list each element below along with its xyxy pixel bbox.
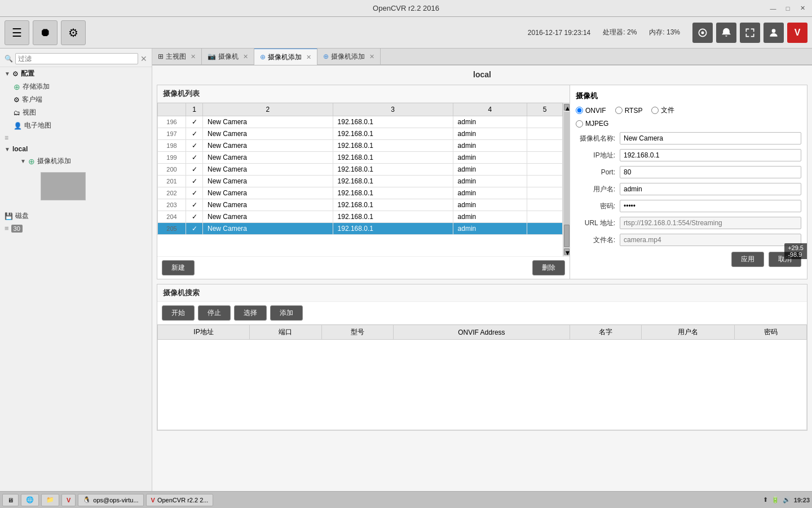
tab-camera-add-1[interactable]: ⊕ 摄像机添加 ✕ [254,49,317,65]
scrollbar-down-btn[interactable]: ▼ [564,248,570,255]
bell-icon-btn[interactable] [716,23,736,43]
maximize-btn[interactable]: □ [783,3,793,14]
search-start-btn[interactable]: 开始 [162,305,195,321]
search-stop-btn[interactable]: 停止 [198,305,231,321]
row-check[interactable]: ✓ [186,128,203,140]
logo-icon-btn[interactable]: V [787,23,807,43]
scrollbar-track[interactable] [564,112,570,247]
scrollbar-up-btn[interactable]: ▲ [564,104,570,111]
table-row[interactable]: 199 ✓ New Camera 192.168.0.1 admin [158,152,563,164]
search-empty-row [158,340,807,430]
row-num: 196 [158,116,186,128]
row-extra [527,176,563,187]
table-row[interactable]: 198 ✓ New Camera 192.168.0.1 admin [158,140,563,152]
tab-add-close-2[interactable]: ✕ [369,53,374,60]
table-row[interactable]: 197 ✓ New Camera 192.168.0.1 admin [158,128,563,140]
sidebar-item-emap[interactable]: 👤 电子地图 [0,119,152,132]
camera-url-input[interactable] [620,217,801,229]
search-input[interactable] [15,53,138,64]
row-num: 200 [158,164,186,176]
camera-port-input[interactable] [620,166,801,178]
taskbar-start[interactable]: 🖥 [2,494,19,506]
user-label: 用户名: [576,185,615,194]
search-col-port: 端口 [249,325,321,340]
tab-camera-add-2[interactable]: ⊕ 摄像机添加 ✕ [317,49,381,65]
taskbar-opencvr[interactable]: V OpenCVR r2.2 2... [146,494,214,506]
scrollbar-thumb[interactable] [564,225,570,247]
battery-icon[interactable]: 🔋 [771,496,779,503]
row-check[interactable]: ✓ [186,152,203,164]
sidebar-item-view[interactable]: 🗂 视图 [0,106,152,119]
tab-camera[interactable]: 📷 摄像机 ✕ [202,49,254,65]
table-row[interactable]: 205 ✓ New Camera 192.168.0.1 admin [158,223,563,235]
coord-y: -98.9 [788,251,804,258]
table-row[interactable]: 196 ✓ New Camera 192.168.0.1 admin [158,116,563,128]
radio-rtsp[interactable]: RTSP [615,107,643,115]
tab-main-close[interactable]: ✕ [191,53,196,60]
search-add-btn[interactable]: 添加 [270,305,303,321]
taskbar-browser[interactable]: 🌐 [21,494,39,506]
row-check[interactable]: ✓ [186,199,203,211]
radio-onvif[interactable]: ONVIF [576,107,606,115]
delete-camera-btn[interactable]: 删除 [532,260,565,275]
taskbar-terminal[interactable]: 🐧 ops@ops-virtu... [78,494,143,506]
settings-button[interactable]: ⚙ [61,20,86,45]
row-check[interactable]: ✓ [186,140,203,152]
row-check[interactable]: ✓ [186,116,203,128]
sidebar-item-client[interactable]: ⚙ 客户端 [0,93,152,106]
sidebar-item-config[interactable]: ▼ ⚙ 配置 [0,67,152,80]
table-scrollbar[interactable]: ▲ ▼ [563,103,570,256]
camera-icon-btn[interactable] [692,23,713,43]
clear-search-btn[interactable]: ✕ [140,54,147,63]
row-num: 204 [158,211,186,223]
table-row[interactable]: 201 ✓ New Camera 192.168.0.1 admin [158,176,563,187]
row-name: New Camera [203,128,333,140]
taskbar-app-v[interactable]: V [61,494,76,506]
sidebar-item-storage-add[interactable]: ⊕ 存储添加 [0,80,152,93]
taskbar-time: 19:23 [794,497,810,503]
table-row[interactable]: 200 ✓ New Camera 192.168.0.1 admin [158,164,563,176]
sidebar-item-disk[interactable]: 💾 磁盘 [0,209,152,222]
taskbar-files[interactable]: 📁 [41,494,59,506]
expand-icon-btn[interactable] [740,23,760,43]
table-row[interactable]: 203 ✓ New Camera 192.168.0.1 admin [158,199,563,211]
row-num: 202 [158,187,186,199]
row-check[interactable]: ✓ [186,176,203,187]
camera-name-input[interactable] [620,132,801,144]
camera-file-input[interactable] [620,234,801,246]
menu-button[interactable]: ☰ [5,20,29,45]
list-lines-icon: ≡ [5,224,9,233]
row-name: New Camera [203,164,333,176]
search-select-btn[interactable]: 选择 [234,305,267,321]
tab-camera-close[interactable]: ✕ [243,53,248,60]
volume-icon[interactable]: 🔊 [783,496,791,503]
record-button[interactable]: ⏺ [33,20,58,45]
radio-mjpeg[interactable]: MJPEG [576,120,608,128]
tab-main-view[interactable]: ⊞ 主视图 ✕ [152,49,202,65]
close-btn[interactable]: ✕ [797,3,807,14]
row-check[interactable]: ✓ [186,223,203,235]
row-ip: 192.168.0.1 [333,223,453,235]
list-icon: ≡ [5,134,8,142]
col-name: 2 [203,103,333,116]
camera-ip-input[interactable] [620,149,801,161]
apply-btn[interactable]: 应用 [731,252,764,267]
sidebar-item-local[interactable]: ▼ local [0,143,152,155]
user-icon-btn[interactable] [764,23,784,43]
new-camera-btn[interactable]: 新建 [162,260,195,275]
row-check[interactable]: ✓ [186,187,203,199]
table-row[interactable]: 202 ✓ New Camera 192.168.0.1 admin [158,187,563,199]
search-icon: 🔍 [5,55,13,63]
row-check[interactable]: ✓ [186,211,203,223]
page-content: local 摄像机列表 1 2 [152,65,812,491]
network-icon[interactable]: ⬆ [763,496,768,503]
table-row[interactable]: 204 ✓ New Camera 192.168.0.1 admin [158,211,563,223]
camera-pass-input[interactable] [620,200,801,212]
radio-file[interactable]: 文件 [651,106,674,115]
row-check[interactable]: ✓ [186,164,203,176]
tab-add-close-1[interactable]: ✕ [306,54,311,61]
minimize-btn[interactable]: — [768,3,778,14]
file-label: 文件 [661,106,674,115]
sidebar-item-camera-add[interactable]: ▼ ⊕ 摄像机添加 [0,155,152,168]
camera-user-input[interactable] [620,183,801,195]
